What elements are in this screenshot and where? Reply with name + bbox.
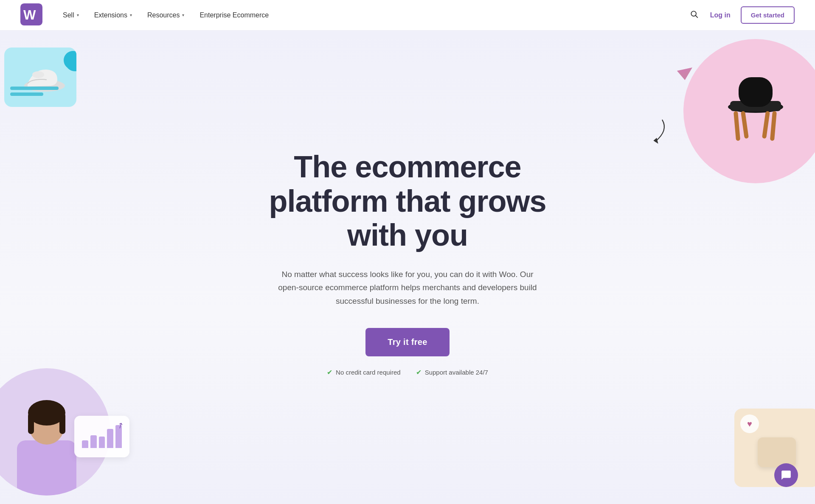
chair-illustration — [717, 69, 794, 154]
product-shape — [758, 437, 796, 467]
chart-widget: ↗ — [74, 416, 129, 457]
check-icon-2: ✔ — [416, 368, 422, 376]
hero-title: The ecommerce platform that grows with y… — [269, 150, 546, 252]
chart-bar-2 — [90, 435, 97, 448]
sell-chevron-icon: ▾ — [77, 13, 79, 17]
svg-rect-18 — [762, 111, 770, 139]
chat-button[interactable] — [774, 463, 798, 487]
pink-circle — [683, 39, 815, 183]
shoe-card: + — [4, 48, 76, 107]
nav-links: Sell ▾ Extensions ▾ Resources ▾ Enterpri… — [63, 11, 688, 19]
support-badge: ✔ Support available 24/7 — [416, 368, 488, 376]
svg-rect-16 — [770, 111, 777, 141]
main-nav: W Sell ▾ Extensions ▾ Resources ▾ Enterp… — [0, 0, 815, 31]
svg-point-5 — [32, 71, 44, 78]
chart-bar-1 — [82, 440, 88, 448]
search-button[interactable] — [688, 8, 700, 22]
nav-sell[interactable]: Sell ▾ — [63, 11, 79, 19]
hero-badges: ✔ No credit card required ✔ Support avai… — [269, 368, 546, 376]
try-free-button[interactable]: Try it free — [365, 328, 449, 356]
svg-text:W: W — [23, 8, 36, 22]
svg-rect-17 — [741, 111, 749, 139]
arrow-decoration-icon — [650, 118, 673, 150]
paper-plane-icon — [674, 63, 693, 84]
nav-enterprise[interactable]: Enterprise Ecommerce — [200, 11, 269, 19]
check-icon-1: ✔ — [327, 368, 332, 376]
chart-bar-3 — [99, 437, 105, 448]
logo[interactable]: W — [20, 3, 42, 27]
hero-subtitle: No matter what success looks like for yo… — [272, 268, 543, 308]
get-started-button[interactable]: Get started — [741, 6, 795, 24]
login-link[interactable]: Log in — [710, 11, 731, 19]
svg-rect-10 — [28, 413, 34, 434]
card-bar-2 — [10, 92, 43, 96]
deco-left: + — [0, 31, 110, 504]
svg-rect-11 — [59, 413, 65, 434]
deco-right: ♥ — [705, 31, 815, 504]
no-credit-card-badge: ✔ No credit card required — [327, 368, 401, 376]
nav-right: Log in Get started — [688, 6, 795, 24]
nav-extensions[interactable]: Extensions ▾ — [94, 11, 132, 19]
card-bars — [10, 87, 70, 98]
card-bar-1 — [10, 87, 59, 90]
chart-bars — [82, 423, 122, 448]
svg-line-3 — [696, 16, 698, 18]
chart-bar-4 — [107, 429, 113, 448]
resources-chevron-icon: ▾ — [182, 13, 184, 17]
svg-rect-14 — [739, 77, 773, 107]
hero-section: + — [0, 31, 815, 504]
heart-icon: ♥ — [740, 414, 759, 433]
extensions-chevron-icon: ▾ — [130, 13, 132, 17]
svg-rect-6 — [17, 440, 76, 496]
hero-content: The ecommerce platform that grows with y… — [269, 150, 546, 376]
svg-rect-15 — [734, 111, 740, 141]
nav-resources[interactable]: Resources ▾ — [147, 11, 184, 19]
